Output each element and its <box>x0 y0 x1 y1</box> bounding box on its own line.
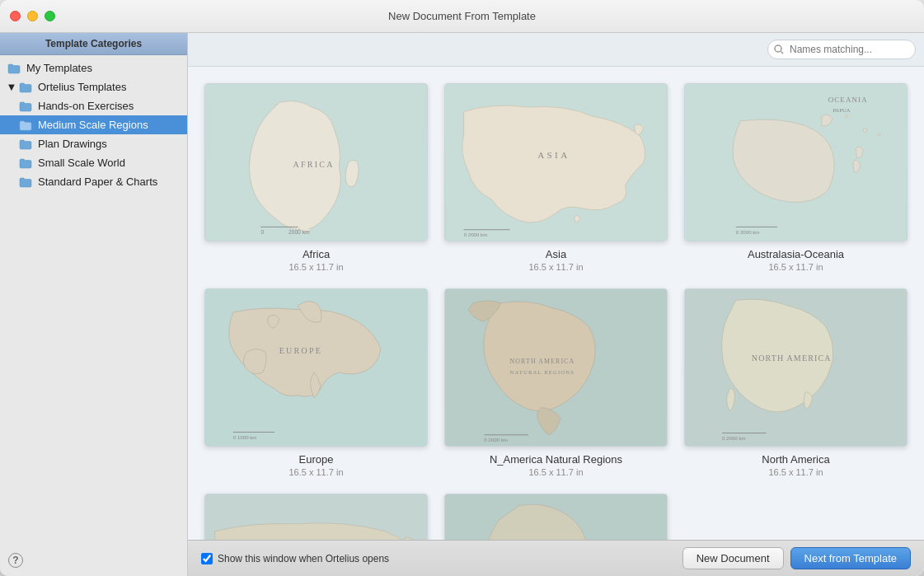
svg-text:0   2000 km: 0 2000 km <box>464 232 488 237</box>
search-icon <box>774 44 784 54</box>
svg-point-12 <box>863 129 866 132</box>
content-area: AFRICA 0 2000 km Africa 16.5 x 11.7 in <box>188 33 924 576</box>
sidebar-item-plan-drawings[interactable]: Plan Drawings <box>0 134 187 153</box>
template-size-africa: 16.5 x 11.7 in <box>288 262 343 272</box>
svg-text:0   1000 km: 0 1000 km <box>233 435 257 441</box>
template-size-n-america-natural: 16.5 x 11.7 in <box>528 467 583 477</box>
svg-text:EUROPE: EUROPE <box>279 347 323 356</box>
svg-text:AFRICA: AFRICA <box>293 160 335 169</box>
search-input[interactable] <box>767 40 916 59</box>
template-card-australasia-oceania[interactable]: OCEANIA PAPUA 0 2000 km Australasia-Ocea… <box>684 83 908 272</box>
svg-text:PAPUA: PAPUA <box>833 107 851 113</box>
folder-icon <box>18 176 33 188</box>
search-bar <box>188 33 924 67</box>
sidebar-item-standard-paper-charts-label: Standard Paper & Charts <box>38 176 157 188</box>
sidebar-item-small-scale-world[interactable]: Small Scale World <box>0 153 187 172</box>
folder-icon <box>18 157 33 169</box>
template-card-russia-eurasia[interactable]: RUSSIA – EURASIA 0 2500 km Russia - Eura… <box>204 494 428 540</box>
template-card-n-america-natural[interactable]: NORTH AMERICA NATURAL REGIONS 0 2000 km … <box>444 288 668 477</box>
disclosure-triangle-icon: ▼ <box>7 82 16 92</box>
sidebar-item-hands-on-label: Hands-on Exercises <box>38 100 134 112</box>
maximize-button[interactable] <box>45 11 55 21</box>
new-document-button[interactable]: New Document <box>682 547 784 569</box>
svg-text:0   2000 km: 0 2000 km <box>484 437 508 443</box>
template-preview-n-america-natural: NORTH AMERICA NATURAL REGIONS 0 2000 km <box>444 288 668 447</box>
template-preview-russia-eurasia: RUSSIA – EURASIA 0 2500 km <box>204 494 428 540</box>
svg-text:NATURAL REGIONS: NATURAL REGIONS <box>510 369 575 375</box>
template-preview-south-america: 0 2000 km <box>444 494 668 540</box>
template-name-europe: Europe <box>299 453 334 466</box>
sidebar-item-medium-scale-label: Medium Scale Regions <box>38 119 148 131</box>
sidebar-item-ortelius-templates-label: Ortelius Templates <box>38 81 126 93</box>
folder-icon <box>18 138 33 150</box>
template-size-north-america: 16.5 x 11.7 in <box>768 467 823 477</box>
template-grid: AFRICA 0 2000 km Africa 16.5 x 11.7 in <box>188 67 924 540</box>
minimize-button[interactable] <box>27 11 38 21</box>
sidebar-item-hands-on-exercises[interactable]: Hands-on Exercises <box>0 96 187 115</box>
svg-text:0: 0 <box>260 229 264 235</box>
search-input-wrap <box>767 40 916 59</box>
help-icon: ? <box>8 553 23 568</box>
show-window-checkbox[interactable] <box>201 553 213 564</box>
folder-open-icon <box>18 82 33 93</box>
folder-icon <box>7 63 21 74</box>
traffic-lights <box>10 11 55 21</box>
sidebar: Template Categories My Templates ▼ <box>0 33 188 576</box>
svg-text:2000 km: 2000 km <box>288 229 310 235</box>
sidebar-item-medium-scale-regions[interactable]: Medium Scale Regions <box>0 115 187 134</box>
folder-icon <box>18 101 33 112</box>
sidebar-item-my-templates-label: My Templates <box>26 62 92 74</box>
template-preview-asia: ASIA 0 2000 km <box>444 83 668 241</box>
sidebar-item-plan-drawings-label: Plan Drawings <box>38 138 107 150</box>
sidebar-item-small-scale-world-label: Small Scale World <box>38 157 125 169</box>
template-name-africa: Africa <box>303 248 330 260</box>
template-card-south-america[interactable]: 0 2000 km South America 16.5 x 11.7 in <box>444 494 668 540</box>
svg-text:0   2000 km: 0 2000 km <box>736 229 760 235</box>
folder-icon-selected <box>18 119 33 131</box>
svg-point-14 <box>845 115 847 117</box>
svg-text:NORTH AMERICA: NORTH AMERICA <box>752 354 832 363</box>
sidebar-item-ortelius-templates[interactable]: ▼ Ortelius Templates <box>0 77 187 96</box>
template-name-n-america-natural: N_America Natural Regions <box>490 453 622 466</box>
bottom-bar: Show this window when Ortelius opens New… <box>188 540 924 576</box>
bottom-buttons: New Document Next from Template <box>682 547 911 569</box>
template-name-australasia-oceania: Australasia-Oceania <box>748 248 844 260</box>
sidebar-item-standard-paper-charts[interactable]: Standard Paper & Charts <box>0 172 187 191</box>
svg-line-1 <box>781 52 784 54</box>
svg-point-0 <box>775 45 781 52</box>
template-preview-north-america: NORTH AMERICA 0 2000 km <box>684 288 908 447</box>
template-card-asia[interactable]: ASIA 0 2000 km Asia 16.5 x 11.7 in <box>444 83 668 272</box>
show-window-label: Show this window when Ortelius opens <box>218 553 389 564</box>
window-title: New Document From Template <box>388 10 536 22</box>
svg-text:ASIA: ASIA <box>537 150 570 160</box>
svg-point-13 <box>878 133 880 136</box>
template-size-asia: 16.5 x 11.7 in <box>528 262 583 272</box>
template-preview-oceania: OCEANIA PAPUA 0 2000 km <box>684 83 908 241</box>
template-size-australasia-oceania: 16.5 x 11.7 in <box>768 262 823 272</box>
help-button[interactable]: ? <box>7 551 25 569</box>
title-bar: New Document From Template <box>0 0 924 33</box>
template-size-europe: 16.5 x 11.7 in <box>288 467 343 477</box>
show-window-checkbox-wrap: Show this window when Ortelius opens <box>201 553 389 564</box>
main-content: Template Categories My Templates ▼ <box>0 33 924 576</box>
svg-text:OCEANIA: OCEANIA <box>828 96 868 104</box>
template-card-africa[interactable]: AFRICA 0 2000 km Africa 16.5 x 11.7 in <box>204 83 428 272</box>
template-preview-europe: EUROPE 0 1000 km <box>204 288 428 447</box>
template-preview-africa: AFRICA 0 2000 km <box>204 83 428 241</box>
sidebar-header: Template Categories <box>0 33 187 55</box>
close-button[interactable] <box>10 11 21 21</box>
template-card-north-america[interactable]: NORTH AMERICA 0 2000 km North America 16… <box>684 288 908 477</box>
next-from-template-button[interactable]: Next from Template <box>790 547 911 569</box>
svg-text:0   2000 km: 0 2000 km <box>722 436 746 442</box>
svg-text:NORTH AMERICA: NORTH AMERICA <box>510 358 575 365</box>
template-name-north-america: North America <box>762 453 829 466</box>
sidebar-items: My Templates ▼ Ortelius Templates <box>0 55 187 545</box>
template-name-asia: Asia <box>546 248 566 260</box>
sidebar-item-my-templates[interactable]: My Templates <box>0 59 187 77</box>
template-card-europe[interactable]: EUROPE 0 1000 km Europe 16.5 x 11.7 in <box>204 288 428 477</box>
